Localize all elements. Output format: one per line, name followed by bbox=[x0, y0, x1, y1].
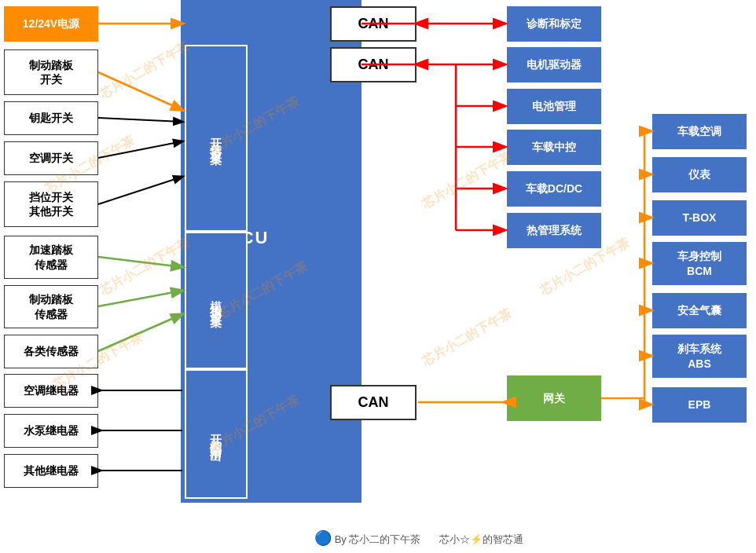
center-box: 车载中控 bbox=[507, 130, 601, 165]
can1-box: CAN bbox=[330, 6, 417, 42]
epb-box: EPB bbox=[652, 387, 747, 423]
footer: 🔵 By 芯小二的下午茶 芯小☆⚡的智芯通 bbox=[314, 529, 523, 547]
footer-text: By 芯小二的下午茶 bbox=[335, 533, 421, 545]
other-relay-box: 其他继电器 bbox=[4, 454, 98, 488]
switch-control-box: 开关控制输出 bbox=[185, 369, 248, 499]
thermal-box: 热管理系统 bbox=[507, 213, 601, 248]
gateway-box: 网关 bbox=[507, 375, 601, 421]
svg-line-4 bbox=[98, 177, 182, 204]
accel-sensor-box: 加速踏板传感器 bbox=[4, 236, 98, 279]
abs-box: 刹车系统ABS bbox=[652, 335, 747, 378]
airbag-box: 安全气囊 bbox=[652, 293, 747, 328]
svg-line-7 bbox=[98, 314, 182, 351]
svg-line-2 bbox=[98, 118, 182, 122]
power-box: 12/24V电源 bbox=[4, 6, 98, 42]
analog-collect-box: 模拟信号采集 bbox=[185, 232, 248, 369]
tbox-box: T-BOX bbox=[652, 200, 747, 236]
svg-line-1 bbox=[98, 72, 182, 110]
svg-line-3 bbox=[98, 141, 182, 158]
meter-box: 仪表 bbox=[652, 157, 747, 192]
motor-box: 电机驱动器 bbox=[507, 47, 601, 82]
battery-box: 电池管理 bbox=[507, 89, 601, 124]
footer-logo: 芯小☆⚡的智芯通 bbox=[439, 533, 523, 545]
svg-line-6 bbox=[98, 291, 182, 306]
dcdc-box: 车载DC/DC bbox=[507, 171, 601, 207]
misc-sensor-box: 各类传感器 bbox=[4, 335, 98, 368]
pump-relay-box: 水泵继电器 bbox=[4, 414, 98, 448]
diag-box: 诊断和标定 bbox=[507, 6, 601, 42]
switch-collect-box: 开关信号采集 bbox=[185, 45, 248, 232]
watermark-9: 芯片小二的下午茶 bbox=[419, 306, 514, 370]
can2-box: CAN bbox=[330, 47, 417, 82]
watermark-8: 芯片小二的下午茶 bbox=[419, 148, 514, 213]
watermark-1: 芯片小二的下午茶 bbox=[97, 38, 192, 103]
gear-switch-box: 挡位开关其他开关 bbox=[4, 181, 98, 227]
brake-switch-box: 制动踏板开关 bbox=[4, 49, 98, 95]
watermark-3: 芯片小二的下午茶 bbox=[97, 235, 192, 299]
ac-box: 车载空调 bbox=[652, 114, 747, 149]
footer-icon: 🔵 bbox=[314, 530, 332, 546]
can3-box: CAN bbox=[330, 385, 417, 420]
key-switch-box: 钥匙开关 bbox=[4, 101, 98, 135]
bcm-box: 车身控制BCM bbox=[652, 242, 747, 285]
brake-sensor-box: 制动踏板传感器 bbox=[4, 285, 98, 328]
diagram: VCU 12/24V电源 制动踏板开关 钥匙开关 空调开关 挡位开关其他开关 加… bbox=[0, 0, 756, 553]
ac-switch-box: 空调开关 bbox=[4, 141, 98, 175]
svg-line-5 bbox=[98, 257, 182, 267]
ac-relay-box: 空调继电器 bbox=[4, 374, 98, 408]
arrows-svg bbox=[0, 0, 756, 553]
